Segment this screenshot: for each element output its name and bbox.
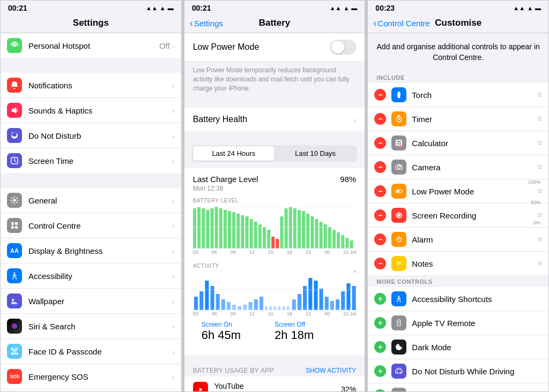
svg-rect-114 [402, 191, 403, 192]
app-usage-youtube[interactable]: YouTube Audio, Background Activity 32% [184, 376, 365, 391]
usage-header: BATTERY USAGE BY APP SHOW ACTIVITY [184, 363, 365, 376]
cc-remove-screen-recording[interactable]: − [374, 209, 386, 221]
cc-remove-calculator[interactable]: − [374, 137, 386, 149]
settings-item-siri[interactable]: Siri & Search › [1, 314, 181, 339]
tab-10d[interactable]: Last 10 Days [274, 146, 356, 161]
svg-rect-57 [345, 238, 348, 248]
screen-off-value: 2h 18m [274, 328, 347, 342]
svg-rect-55 [337, 232, 340, 248]
svg-rect-42 [280, 216, 283, 248]
cc-item-dark-mode[interactable]: + Dark Mode [368, 335, 548, 359]
screen-off-label: Screen Off [274, 321, 347, 328]
cc-item-torch[interactable]: − Torch ≡ [368, 83, 548, 107]
control-centre-chevron: › [172, 221, 175, 230]
battery-level-svg [193, 206, 357, 248]
cc-remove-torch[interactable]: − [374, 89, 386, 101]
settings-item-screen-time[interactable]: Screen Time › [1, 148, 181, 173]
svg-rect-58 [350, 240, 353, 248]
settings-scroll[interactable]: Personal Hotspot Off › Notifications [1, 33, 181, 391]
status-time-settings: 00:21 [8, 4, 27, 12]
sep-b2 [184, 131, 365, 139]
cc-label-camera: Camera [412, 163, 537, 172]
youtube-icon [193, 382, 208, 391]
svg-rect-31 [232, 212, 235, 248]
battery-scroll[interactable]: Low Power Mode Low Power Mode temporaril… [184, 33, 365, 391]
cc-add-guided-access[interactable]: + [374, 389, 386, 391]
activity-label: ACTIVITY [193, 263, 219, 269]
timer-icon [391, 111, 406, 126]
cc-add-accessibility-shortcuts[interactable]: + [374, 293, 386, 305]
sep-b1 [184, 100, 365, 108]
settings-item-control-centre[interactable]: Control Centre › [1, 213, 181, 238]
cc-item-camera[interactable]: − Camera ≡ [368, 155, 548, 179]
cc-remove-timer[interactable]: − [374, 113, 386, 125]
svg-rect-66 [216, 294, 219, 310]
battery-icon-b: ▬ [351, 5, 357, 11]
settings-item-battery[interactable]: Battery › [1, 389, 181, 391]
settings-item-general[interactable]: General › [1, 188, 181, 213]
screen-time-icon [7, 153, 22, 168]
cc-remove-notes[interactable]: − [374, 258, 386, 269]
cc-item-low-power[interactable]: − Low Power Mode ≡ [368, 179, 548, 203]
cc-remove-low-power[interactable]: − [374, 185, 386, 197]
settings-item-dnd[interactable]: Do Not Disturb › [1, 123, 181, 148]
siri-label: Siri & Search [28, 322, 172, 331]
battery-level-chart [193, 206, 357, 248]
cc-add-dark-mode[interactable]: + [374, 341, 386, 353]
settings-item-personal-hotspot[interactable]: Personal Hotspot Off › [1, 33, 181, 58]
cc-label-notes: Notes [412, 259, 537, 268]
cc-item-accessibility-shortcuts[interactable]: + Accessibility Shortcuts [368, 287, 548, 311]
svg-rect-103 [397, 141, 401, 142]
svg-point-127 [400, 372, 401, 373]
cc-item-screen-recording[interactable]: − Screen Recording ≡ [368, 203, 548, 228]
cc-remove-camera[interactable]: − [374, 161, 386, 173]
notifications-chevron: › [172, 81, 175, 90]
battery-health-item[interactable]: Battery Health › [184, 108, 365, 131]
svg-rect-11 [11, 348, 13, 350]
status-bar-battery: 00:21 ▲▲ ▲ ▬ [184, 1, 365, 14]
charge-level-title: Last Charge Level [193, 175, 258, 184]
screens-container: 00:21 ▲▲ ▲ ▬ Settings [0, 0, 549, 392]
settings-item-notifications[interactable]: Notifications › [1, 73, 181, 98]
cc-item-timer[interactable]: − Timer ≡ [368, 107, 548, 131]
svg-rect-91 [346, 283, 350, 310]
settings-item-accessibility[interactable]: Accessibility › [1, 263, 181, 289]
cc-item-guided-access[interactable]: + Guided Access [368, 383, 548, 391]
svg-text:60m: 60m [353, 270, 356, 273]
show-activity-btn[interactable]: SHOW ACTIVITY [306, 367, 356, 374]
cc-nav-bar: ‹ Control Centre Customise [368, 14, 548, 33]
tl-date: 21 Jul [343, 250, 356, 255]
cc-add-apple-tv-remote[interactable]: + [374, 317, 386, 329]
display-chevron: › [172, 246, 175, 255]
cc-add-dnd-driving[interactable]: + [374, 365, 386, 377]
cc-include-list: − Torch ≡ − Timer ≡ − [368, 83, 548, 275]
low-power-toggle[interactable] [330, 40, 356, 55]
cc-item-notes[interactable]: − Notes ≡ [368, 252, 548, 275]
separator-2 [1, 173, 181, 188]
settings-item-display[interactable]: AA Display & Brightness › [1, 238, 181, 263]
cc-item-apple-tv-remote[interactable]: + Apple TV Remote [368, 311, 548, 335]
tab-24h[interactable]: Last 24 Hours [193, 146, 274, 161]
notifications-icon [7, 78, 22, 93]
cc-remove-alarm[interactable]: − [374, 233, 386, 245]
settings-item-wallpaper[interactable]: Wallpaper › [1, 289, 181, 314]
battery-icon-cc: ▬ [535, 5, 541, 11]
charge-level-date: Mon 12:38 [193, 185, 357, 192]
svg-point-3 [13, 199, 16, 202]
cc-item-alarm[interactable]: − Alarm ≡ [368, 228, 548, 252]
separator-1 [1, 58, 181, 73]
battery-back-btn[interactable]: ‹ Settings [190, 18, 223, 29]
svg-rect-78 [278, 306, 280, 310]
settings-item-sounds[interactable]: Sounds & Haptics › [1, 98, 181, 123]
settings-item-faceid[interactable]: Face ID & Passcode › [1, 339, 181, 364]
activity-svg: 60m 30m 0m [193, 270, 357, 310]
cc-back-btn[interactable]: ‹ Control Centre [373, 18, 430, 29]
cc-item-dnd-driving[interactable]: + Do Not Disturb While Driving [368, 359, 548, 383]
app-name-youtube: YouTube [214, 382, 342, 390]
settings-item-emergency[interactable]: SOS Emergency SOS › [1, 364, 181, 389]
personal-hotspot-chevron: › [172, 41, 175, 50]
tl-09: 09 [231, 250, 236, 255]
low-power-item[interactable]: Low Power Mode [184, 33, 365, 62]
cc-scroll[interactable]: Add and organise additional controls to … [368, 33, 548, 391]
cc-item-calculator[interactable]: − Calculator ≡ [368, 131, 548, 155]
